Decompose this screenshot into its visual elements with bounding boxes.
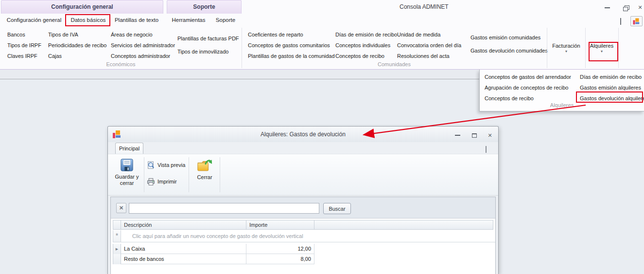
group-label-comunidades: Comunidades xyxy=(242,61,547,67)
ribbon-column-economicos-4: Plantillas de facturas PDF Tipos de inmo… xyxy=(177,32,239,58)
restore-icon xyxy=(623,5,628,10)
ribbon-item-cajas[interactable]: Cajas xyxy=(48,51,106,61)
search-input[interactable] xyxy=(129,203,319,214)
facturacion-label: Facturación xyxy=(552,43,580,49)
grid-divider xyxy=(113,242,495,242)
tab-plantillas-de-texto[interactable]: Plantillas de texto xyxy=(112,14,161,26)
facturacion-dropdown-button[interactable]: Facturación ▾ xyxy=(548,28,584,67)
imprimir-button[interactable]: Imprimir xyxy=(147,176,177,187)
chevron-up-icon xyxy=(486,146,487,153)
grid-header-selector xyxy=(113,220,121,230)
table-row[interactable]: Resto de bancos 8,00 xyxy=(113,254,314,264)
preview-icon xyxy=(147,161,155,169)
ribbon-item-servicios-administrador[interactable]: Servicios del administrador xyxy=(111,40,175,51)
vista-previa-label: Vista previa xyxy=(157,162,185,168)
tab-principal[interactable]: Principal xyxy=(115,143,143,154)
row-selector[interactable] xyxy=(113,254,121,264)
ribbon-column-comunidades-1: Coeficientes de reparto Conceptos de gas… xyxy=(248,29,335,61)
restore-button[interactable] xyxy=(619,3,632,12)
new-row-marker: * xyxy=(113,230,121,242)
ribbon-item-periodicidades-recibo[interactable]: Periodicidades de recibo xyxy=(48,40,106,51)
table-row[interactable]: ▶ La Caixa 12,00 xyxy=(113,244,314,254)
child-window-gastos-devolucion: Alquileres: Gastos de devolución ✕ Princ… xyxy=(107,126,499,274)
ribbon-item-dias-emision-recibo[interactable]: Días de emisión de recibo xyxy=(335,29,397,40)
ribbon-item-tipos-irpf[interactable]: Tipos de IRPF xyxy=(7,40,41,51)
vista-previa-button[interactable]: Vista previa xyxy=(147,159,185,171)
menu-item-agrupacion-conceptos-recibo[interactable]: Agrupación de conceptos de recibo xyxy=(485,82,571,93)
toolbar-separator xyxy=(189,157,189,192)
tab-herramientas[interactable]: Herramientas xyxy=(170,14,208,26)
child-window-toolbar: Guardar y cerrar Vista previa Imprimir xyxy=(108,154,498,196)
quick-access-app-button[interactable] xyxy=(630,16,643,26)
cell-descripcion[interactable]: Resto de bancos xyxy=(121,254,246,264)
cerrar-label: Cerrar xyxy=(197,174,212,181)
menu-item-gastos-emision-alquileres[interactable]: Gastos emisión alquileres xyxy=(580,82,644,93)
ribbon-item-claves-irpf[interactable]: Claves IRPF xyxy=(7,51,41,61)
ribbon-item-tipos-inmovilizado[interactable]: Tipos de inmovilizado xyxy=(177,45,239,58)
grid-header-importe[interactable]: Importe xyxy=(246,220,314,230)
ribbon-item-conceptos-individuales[interactable]: Conceptos individuales xyxy=(335,40,397,51)
clear-icon: ✕ xyxy=(119,205,123,211)
ribbon-item-conceptos-administrador[interactable]: Conceptos administrador xyxy=(111,51,175,61)
ribbon-item-plantillas-gastos-comunidad[interactable]: Plantillas de gastos de la comunidad xyxy=(248,51,335,61)
alquileres-label: Alquileres xyxy=(590,43,613,49)
collapse-ribbon-button[interactable] xyxy=(620,19,621,25)
tab-datos-basicos[interactable]: Datos básicos xyxy=(68,14,109,26)
tab-soporte[interactable]: Soporte xyxy=(212,14,239,26)
child-maximize-button[interactable] xyxy=(468,131,481,139)
ribbon-item-tipos-iva[interactable]: Tipos de IVA xyxy=(48,29,106,40)
grid-header-filler xyxy=(314,220,493,230)
ribbon-column-comunidades-4: Gastos emisión comunidades Gastos devolu… xyxy=(470,31,548,57)
ribbon-item-plantillas-facturas-pdf[interactable]: Plantillas de facturas PDF xyxy=(177,32,239,45)
minimize-icon xyxy=(455,135,460,136)
child-window-titlebar[interactable]: Alquileres: Gastos de devolución ✕ xyxy=(108,127,498,142)
buscar-button[interactable]: Buscar xyxy=(323,203,351,214)
ribbon-item-bancos[interactable]: Bancos xyxy=(7,29,41,40)
ribbon-item-conceptos-gastos-comunitarios[interactable]: Conceptos de gastos comunitarios xyxy=(248,40,335,51)
grid-header-descripcion[interactable]: Descripción xyxy=(121,220,246,230)
maximize-icon xyxy=(472,133,477,138)
child-minimize-button[interactable] xyxy=(451,131,464,139)
ribbon-item-coeficientes-reparto[interactable]: Coeficientes de reparto xyxy=(248,29,335,40)
search-band: ✕ Buscar xyxy=(111,197,495,219)
child-close-button[interactable]: ✕ xyxy=(484,131,496,139)
menu-item-conceptos-gastos-arrendador[interactable]: Conceptos de gastos del arrendador xyxy=(485,72,571,82)
ribbon-item-unidad-medida[interactable]: Unidad de medida xyxy=(397,29,461,40)
cerrar-button[interactable]: Cerrar xyxy=(191,156,218,194)
collapse-toolbar-button[interactable] xyxy=(486,147,487,153)
row-selector[interactable]: ▶ xyxy=(113,244,121,254)
close-button[interactable]: ✕ xyxy=(634,3,644,12)
cell-descripcion[interactable]: La Caixa xyxy=(121,244,246,254)
ribbon-item-conceptos-recibo[interactable]: Conceptos de recibo xyxy=(335,51,397,61)
ribbon-item-convocatoria-orden-dia[interactable]: Convocatoria orden del día xyxy=(397,40,461,51)
child-window-title: Alquileres: Gastos de devolución xyxy=(108,131,498,138)
guardar-y-cerrar-label: Guardar y cerrar xyxy=(114,174,139,186)
minimize-button[interactable] xyxy=(601,3,613,12)
app-title: Consola ADMINET xyxy=(400,3,449,10)
alquileres-dropdown-menu: Conceptos de gastos del arrendador Agrup… xyxy=(479,70,644,111)
ribbon-column-economicos-2: Tipos de IVA Periodicidades de recibo Ca… xyxy=(48,29,106,61)
grid-new-row[interactable]: Clic aquí para añadir un nuevo concepto … xyxy=(132,230,303,242)
menu-column-1: Conceptos de gastos del arrendador Agrup… xyxy=(485,72,571,104)
ribbon-item-areas-negocio[interactable]: Áreas de negocio xyxy=(111,29,175,40)
close-icon: ✕ xyxy=(487,132,492,139)
cell-importe[interactable]: 12,00 xyxy=(246,244,314,254)
ribbon-item-resoluciones-acta[interactable]: Resoluciones del acta xyxy=(397,51,461,61)
menu-item-dias-emision-recibo[interactable]: Días de emisión de recibo xyxy=(580,72,644,82)
context-group-soporte[interactable]: Soporte xyxy=(167,0,242,14)
asterisk-icon: * xyxy=(116,232,118,239)
ribbon-column-comunidades-3: Unidad de medida Convocatoria orden del … xyxy=(397,29,461,61)
guardar-y-cerrar-button[interactable]: Guardar y cerrar xyxy=(112,156,142,194)
printer-icon xyxy=(147,178,155,186)
ribbon-item-gastos-emision-comunidades[interactable]: Gastos emisión comunidades xyxy=(470,31,548,44)
context-group-configuracion-general[interactable]: Configuración general xyxy=(1,0,163,14)
ribbon-separator xyxy=(585,28,586,68)
ribbon-column-comunidades-2: Días de emisión de recibo Conceptos indi… xyxy=(335,29,397,61)
ribbon-item-gastos-devolucion-comunidades[interactable]: Gastos devolución comunidades xyxy=(470,44,548,57)
tab-configuracion-general[interactable]: Configuración general xyxy=(4,14,64,26)
alquileres-dropdown-button[interactable]: Alquileres ▾ xyxy=(586,28,617,67)
ribbon-column-economicos-1: Bancos Tipos de IRPF Claves IRPF xyxy=(7,29,41,61)
cell-importe[interactable]: 8,00 xyxy=(246,254,314,264)
clear-search-button[interactable]: ✕ xyxy=(116,203,126,213)
grid-panel: ✕ Buscar Descripción Importe * Clic aquí… xyxy=(110,197,496,274)
